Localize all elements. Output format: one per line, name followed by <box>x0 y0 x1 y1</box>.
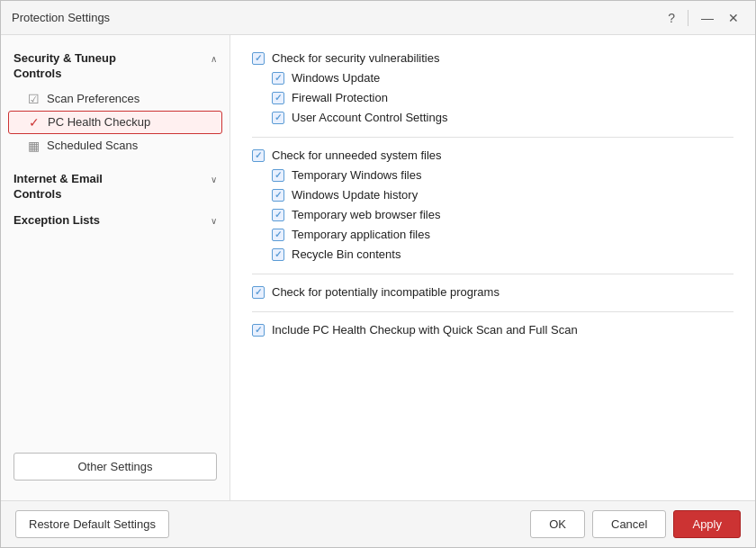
sidebar-section-security-tuneup-items: ☑ Scan Preferences ✓ PC Health Checkup ▦… <box>1 85 230 165</box>
check-row-security-vuln: ✓ Check for security vulnerabilities <box>252 51 734 65</box>
sidebar-item-scan-preferences-label: Scan Preferences <box>47 92 140 105</box>
sidebar-section-exception-lists-arrow: ∨ <box>211 216 217 226</box>
label-unneeded-files: Check for unneeded system files <box>272 148 442 162</box>
check-row-recycle-bin: ✓ Recycle Bin contents <box>272 247 734 261</box>
scheduled-scans-icon: ▦ <box>26 139 40 153</box>
main-window: Protection Settings ? — ✕ Security & Tun… <box>0 0 756 548</box>
checkbox-wu-history[interactable]: ✓ <box>272 189 284 202</box>
checkbox-windows-update[interactable]: ✓ <box>272 72 284 85</box>
check-row-firewall: ✓ Firewall Protection <box>272 91 734 104</box>
divider-3 <box>252 311 734 312</box>
other-settings-button[interactable]: Other Settings <box>14 453 217 481</box>
divider-1 <box>252 137 734 138</box>
label-uac: User Account Control Settings <box>292 111 447 124</box>
label-firewall: Firewall Protection <box>292 91 388 104</box>
checkbox-include-health[interactable]: ✓ <box>252 324 265 337</box>
label-temp-browser: Temporary web browser files <box>292 208 440 221</box>
section-security-vulnerabilities: ✓ Check for security vulnerabilities ✓ W… <box>252 51 734 124</box>
label-temp-app: Temporary application files <box>292 228 430 241</box>
checkbox-temp-browser[interactable]: ✓ <box>272 209 284 221</box>
checkbox-firewall[interactable]: ✓ <box>272 92 284 104</box>
check-row-include-health: ✓ Include PC Health Checkup with Quick S… <box>252 323 734 337</box>
label-security-vuln: Check for security vulnerabilities <box>272 51 439 65</box>
checkbox-recycle-bin[interactable]: ✓ <box>272 248 284 261</box>
help-button[interactable]: ? <box>662 10 680 26</box>
section-include-health: ✓ Include PC Health Checkup with Quick S… <box>252 323 734 337</box>
check-row-temp-win: ✓ Temporary Windows files <box>272 168 734 182</box>
section-incompatible: ✓ Check for potentially incompatible pro… <box>252 285 734 299</box>
section-unneeded-files: ✓ Check for unneeded system files ✓ Temp… <box>252 148 734 261</box>
sidebar-section-internet-email[interactable]: Internet & EmailControls ∨ <box>1 165 230 206</box>
label-include-health: Include PC Health Checkup with Quick Sca… <box>272 323 578 337</box>
scan-preferences-icon: ☑ <box>26 92 40 106</box>
sidebar-section-exception-lists-title: Exception Lists <box>14 213 100 229</box>
check-row-uac: ✓ User Account Control Settings <box>272 111 734 124</box>
label-windows-update: Windows Update <box>292 71 380 85</box>
pc-health-checkup-icon: ✓ <box>27 115 41 130</box>
apply-button[interactable]: Apply <box>673 510 741 538</box>
checkbox-uac[interactable]: ✓ <box>272 112 284 124</box>
check-row-wu-history: ✓ Windows Update history <box>272 188 734 202</box>
sidebar-nav: Security & TuneupControls ∧ ☑ Scan Prefe… <box>1 44 230 442</box>
sidebar-section-security-tuneup-arrow: ∧ <box>211 54 217 64</box>
bottom-bar: Restore Default Settings OK Cancel Apply <box>1 500 755 547</box>
sidebar-item-pc-health-checkup-label: PC Health Checkup <box>48 115 150 129</box>
checkbox-temp-app[interactable]: ✓ <box>272 229 284 241</box>
sidebar-item-scan-preferences[interactable]: ☑ Scan Preferences <box>1 87 230 111</box>
sidebar-section-internet-email-arrow: ∨ <box>211 175 217 184</box>
title-divider <box>688 10 688 26</box>
title-bar-controls: ? — ✕ <box>662 10 744 26</box>
check-row-temp-browser: ✓ Temporary web browser files <box>272 208 734 221</box>
checkbox-security-vuln[interactable]: ✓ <box>252 52 265 65</box>
cancel-button[interactable]: Cancel <box>592 510 666 538</box>
sidebar-section-internet-email-title: Internet & EmailControls <box>14 172 103 202</box>
check-row-windows-update: ✓ Windows Update <box>272 71 734 85</box>
ok-button[interactable]: OK <box>530 510 585 538</box>
sidebar-section-security-tuneup[interactable]: Security & TuneupControls ∧ <box>1 44 230 85</box>
label-wu-history: Windows Update history <box>292 188 418 202</box>
sidebar-item-pc-health-checkup[interactable]: ✓ PC Health Checkup <box>8 111 222 134</box>
main-content: ✓ Check for security vulnerabilities ✓ W… <box>230 35 755 500</box>
title-bar: Protection Settings ? — ✕ <box>1 1 755 35</box>
minimize-button[interactable]: — <box>696 10 719 26</box>
restore-defaults-button[interactable]: Restore Default Settings <box>15 510 169 538</box>
sidebar-section-security-tuneup-title: Security & TuneupControls <box>14 51 116 82</box>
checkbox-incompatible[interactable]: ✓ <box>252 286 265 299</box>
close-button[interactable]: ✕ <box>723 10 744 26</box>
sidebar-section-exception-lists[interactable]: Exception Lists ∨ <box>1 206 230 232</box>
content-area: Security & TuneupControls ∧ ☑ Scan Prefe… <box>1 35 755 500</box>
sidebar-item-scheduled-scans-label: Scheduled Scans <box>47 139 138 152</box>
check-row-temp-app: ✓ Temporary application files <box>272 228 734 241</box>
sidebar-item-scheduled-scans[interactable]: ▦ Scheduled Scans <box>1 134 230 157</box>
check-row-unneeded-files: ✓ Check for unneeded system files <box>252 148 734 162</box>
other-settings-section: Other Settings <box>1 442 230 491</box>
label-recycle-bin: Recycle Bin contents <box>292 247 400 261</box>
check-row-incompatible: ✓ Check for potentially incompatible pro… <box>252 285 734 299</box>
bottom-right-buttons: OK Cancel Apply <box>530 510 741 538</box>
checkbox-temp-win[interactable]: ✓ <box>272 169 284 182</box>
label-incompatible: Check for potentially incompatible progr… <box>272 285 500 299</box>
window-title: Protection Settings <box>12 11 110 24</box>
checkbox-unneeded-files[interactable]: ✓ <box>252 149 265 162</box>
divider-2 <box>252 274 734 274</box>
label-temp-win: Temporary Windows files <box>292 168 422 182</box>
sidebar: Security & TuneupControls ∧ ☑ Scan Prefe… <box>1 35 230 500</box>
